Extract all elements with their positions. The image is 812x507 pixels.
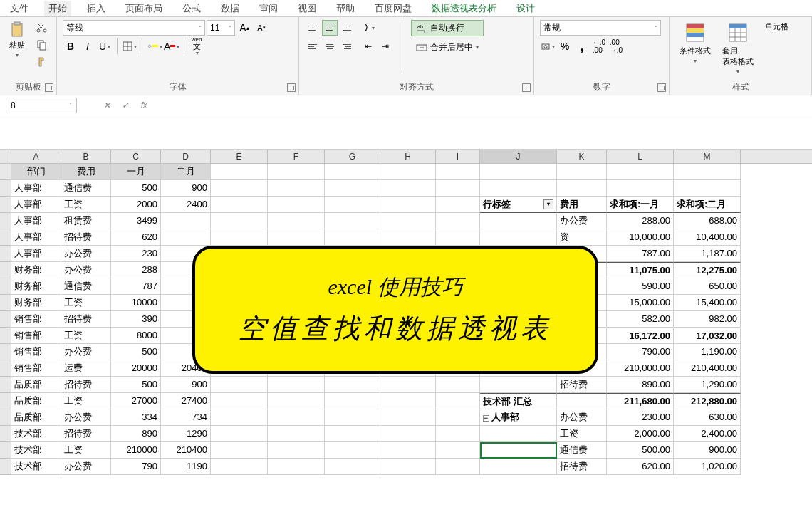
conditional-format-button[interactable]: 条件格式▾ [675, 20, 715, 66]
cell[interactable]: 品质部 [11, 393, 61, 409]
cell[interactable] [480, 180, 557, 197]
cell[interactable] [161, 213, 211, 229]
cell[interactable] [325, 229, 380, 246]
cell[interactable]: 销售部 [11, 360, 61, 377]
cell[interactable]: 900 [161, 180, 211, 197]
cell[interactable]: 790 [111, 459, 161, 475]
cell[interactable] [436, 409, 480, 426]
orientation-button[interactable]: ⤸ [360, 20, 376, 36]
cell[interactable]: 办公费 [61, 344, 111, 360]
border-button[interactable] [122, 38, 137, 54]
cell[interactable] [436, 442, 480, 459]
cell[interactable] [325, 459, 380, 475]
cell[interactable] [211, 393, 268, 409]
cell[interactable]: 销售部 [11, 328, 61, 344]
col-header-F[interactable]: F [268, 150, 325, 163]
tab-data[interactable]: 数据 [217, 1, 244, 16]
cell[interactable]: 办公费 [557, 409, 607, 426]
cell[interactable] [268, 213, 325, 229]
cell[interactable]: 787.00 [607, 246, 674, 262]
cell[interactable] [211, 180, 268, 197]
select-all-corner[interactable] [0, 150, 11, 163]
merge-center-button[interactable]: 合并后居中 ▾ [411, 39, 484, 56]
cell[interactable]: 10,000.00 [607, 229, 674, 246]
cell[interactable]: 211,680.00 [607, 393, 674, 409]
cell[interactable] [325, 164, 380, 180]
cell[interactable]: 技术部 [11, 442, 61, 459]
alignment-launcher[interactable] [522, 83, 531, 92]
font-launcher[interactable] [287, 83, 296, 92]
cell[interactable]: 招待费 [61, 377, 111, 393]
cell[interactable]: 500.00 [607, 442, 674, 459]
cell[interactable] [325, 197, 380, 213]
cell[interactable]: 办公费 [61, 262, 111, 278]
cell[interactable]: 二月 [161, 164, 211, 180]
cell[interactable]: 500 [111, 180, 161, 197]
accept-formula-button[interactable]: ✓ [117, 98, 134, 113]
increase-font-button[interactable]: A▴ [236, 20, 252, 36]
cell[interactable] [325, 426, 380, 442]
cell[interactable] [480, 213, 557, 229]
filter-dropdown-icon[interactable]: ▾ [543, 199, 553, 209]
cell[interactable]: 工资 [557, 426, 607, 442]
cell[interactable]: 工资 [61, 393, 111, 409]
cell[interactable]: 27000 [111, 393, 161, 409]
col-header-J[interactable]: J [480, 150, 557, 163]
cell[interactable]: 787 [111, 278, 161, 295]
col-header-G[interactable]: G [325, 150, 380, 163]
cell[interactable]: 620 [111, 229, 161, 246]
cell[interactable]: 334 [111, 409, 161, 426]
cell[interactable]: 行标签▾ [480, 197, 557, 213]
cell[interactable]: 790.00 [607, 344, 674, 360]
cell[interactable]: 500 [111, 344, 161, 360]
phonetic-button[interactable]: wén文 [189, 38, 204, 54]
cell[interactable]: 费用 [61, 164, 111, 180]
cell[interactable]: 1190 [161, 459, 211, 475]
underline-button[interactable]: U [97, 38, 113, 54]
cell[interactable] [557, 164, 607, 180]
cell[interactable]: 工资 [61, 328, 111, 344]
cell[interactable] [268, 409, 325, 426]
cell[interactable]: 15,400.00 [674, 295, 741, 311]
col-header-D[interactable]: D [161, 150, 211, 163]
cell[interactable]: 688.00 [674, 213, 741, 229]
cell[interactable]: 212,880.00 [674, 393, 741, 409]
cell[interactable]: 288 [111, 262, 161, 278]
tab-view[interactable]: 视图 [293, 1, 321, 16]
cell[interactable]: 办公费 [61, 409, 111, 426]
cell[interactable] [436, 459, 480, 475]
cell[interactable] [325, 409, 380, 426]
cell[interactable] [325, 377, 380, 393]
comma-button[interactable]: , [574, 38, 590, 54]
cell[interactable]: 租赁费 [61, 213, 111, 229]
cell[interactable]: 人事部 [11, 246, 61, 262]
cell[interactable]: 招待费 [557, 377, 607, 393]
cell[interactable] [436, 197, 480, 213]
cell[interactable]: 人事部 [11, 213, 61, 229]
percent-button[interactable]: % [557, 38, 573, 54]
cell[interactable] [325, 393, 380, 409]
cell[interactable] [380, 180, 436, 197]
cell[interactable]: 办公费 [557, 213, 607, 229]
cell[interactable] [211, 442, 268, 459]
number-format-select[interactable]: 常规˅ [540, 20, 661, 36]
cell[interactable]: 210,400.00 [674, 360, 741, 377]
col-header-I[interactable]: I [436, 150, 480, 163]
cell[interactable]: 一月 [111, 164, 161, 180]
font-size-select[interactable]: 11˅ [207, 20, 235, 36]
cell[interactable]: 230.00 [607, 409, 674, 426]
cell[interactable]: 1,020.00 [674, 459, 741, 475]
cell[interactable]: 230 [111, 246, 161, 262]
cell[interactable]: 运费 [61, 360, 111, 377]
cell[interactable]: 890 [111, 426, 161, 442]
expand-icon[interactable]: − [483, 415, 489, 422]
col-header-H[interactable]: H [380, 150, 436, 163]
cell[interactable] [436, 229, 480, 246]
cell[interactable]: 通信费 [61, 278, 111, 295]
cell[interactable] [380, 229, 436, 246]
cell[interactable]: 982.00 [674, 311, 741, 328]
cell[interactable]: 650.00 [674, 278, 741, 295]
cell[interactable]: 1,290.00 [674, 377, 741, 393]
cell[interactable] [268, 442, 325, 459]
cell[interactable] [268, 377, 325, 393]
